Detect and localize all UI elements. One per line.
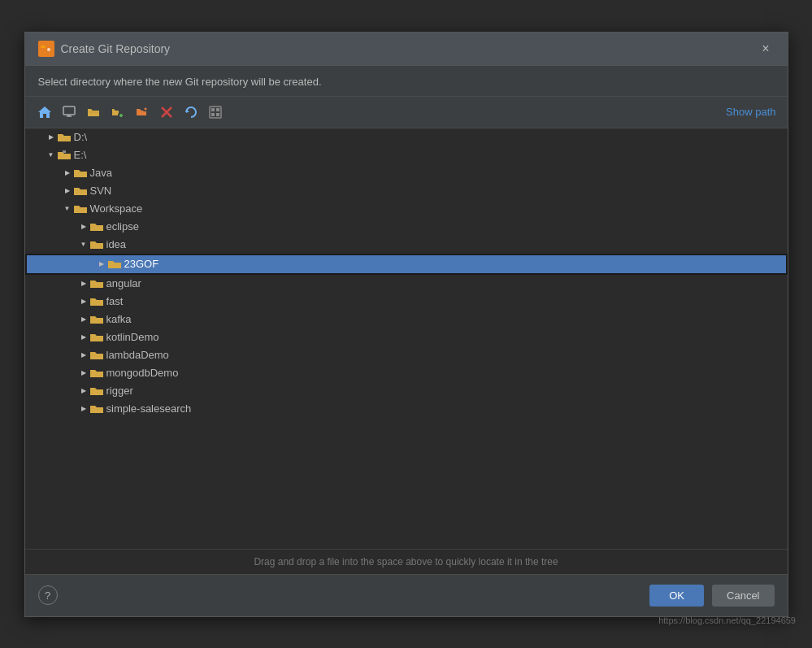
file-tree[interactable]: ▶ D:\ ▼ E:\ ▶ (25, 128, 788, 549)
tree-node[interactable]: ▶ rigger (25, 382, 788, 400)
folder-icon (90, 221, 103, 233)
tree-node[interactable]: ▶ fast (25, 293, 788, 311)
tree-node-selected[interactable]: ▶ 23GOF (25, 254, 788, 275)
tree-node[interactable]: ▼ idea (25, 236, 788, 254)
tree-node[interactable]: ▶ angular (25, 275, 788, 293)
node-label: angular (106, 277, 141, 289)
expand-arrow: ▶ (61, 167, 74, 180)
node-label: kotlinDemo (106, 331, 159, 343)
node-label: fast (106, 295, 124, 307)
toolbar-buttons (33, 102, 227, 123)
svg-rect-18 (216, 108, 219, 111)
tree-node[interactable]: ▶ SVN (25, 182, 788, 200)
toolbar: Show path (25, 97, 788, 128)
svg-marker-3 (38, 107, 51, 118)
show-path-button[interactable]: Show path (723, 104, 779, 120)
expand-arrow: ▶ (77, 277, 90, 290)
expand-arrow: ▶ (77, 349, 90, 362)
tree-node[interactable]: ▶ mongodbDemo (25, 364, 788, 382)
refresh-button[interactable] (180, 102, 202, 123)
folder-icon (90, 403, 103, 415)
node-label: SVN (90, 185, 112, 197)
node-label: Java (90, 167, 112, 179)
tree-node[interactable]: ▶ D:\ (25, 128, 788, 146)
node-label: mongodbDemo (106, 367, 179, 379)
svg-rect-19 (211, 113, 215, 116)
node-label: D:\ (74, 131, 88, 143)
tree-node[interactable]: ▶ Java (25, 164, 788, 182)
title-bar: Create Git Repository × (25, 33, 788, 66)
folder-icon (108, 259, 121, 270)
node-label: simple-salesearch (106, 402, 192, 415)
node-label: Workspace (90, 202, 143, 215)
folder-icon (74, 203, 87, 215)
svg-rect-17 (211, 108, 215, 111)
node-label: idea (106, 238, 127, 250)
help-button[interactable]: ? (38, 585, 58, 605)
expand-arrow: ▶ (77, 331, 90, 344)
folder-icon (90, 239, 103, 250)
folder-action-button[interactable] (131, 102, 154, 123)
expand-arrow: ▶ (77, 402, 90, 415)
expand-arrow: ▶ (77, 220, 90, 233)
svg-rect-21 (63, 150, 66, 153)
svg-point-2 (47, 48, 50, 51)
expand-arrow: ▼ (77, 238, 90, 251)
tree-node[interactable]: ▶ simple-salesearch (25, 400, 788, 418)
drag-hint: Drag and drop a file into the space abov… (25, 549, 788, 574)
tree-node[interactable]: ▶ kafka (25, 311, 788, 328)
tree-node[interactable]: ▼ E:\ (25, 146, 788, 164)
node-label: E:\ (74, 149, 87, 161)
dialog-title: Create Git Repository (61, 42, 171, 55)
expand-arrow: ▶ (77, 367, 90, 380)
folder-open-button[interactable] (82, 102, 105, 123)
footer-actions: OK Cancel (649, 585, 774, 607)
folder-icon (90, 385, 103, 397)
tree-node[interactable]: ▶ kotlinDemo (25, 328, 788, 346)
tree-node[interactable]: ▶ lambdaDemo (25, 346, 788, 364)
dialog-subtitle: Select directory where the new Git repos… (25, 66, 788, 97)
ok-button[interactable]: OK (649, 585, 704, 607)
cancel-button[interactable]: Cancel (712, 585, 774, 607)
tree-node[interactable]: ▼ Workspace (25, 200, 788, 218)
delete-button[interactable] (155, 102, 178, 123)
close-button[interactable]: × (757, 41, 774, 57)
folder-icon (74, 185, 87, 197)
dialog-icon (38, 41, 54, 57)
expand-arrow: ▶ (77, 295, 90, 308)
node-label: lambdaDemo (106, 349, 169, 361)
dialog-footer: ? OK Cancel (25, 574, 788, 616)
monitor-button[interactable] (58, 102, 80, 123)
tree-view-button[interactable] (204, 102, 227, 123)
title-bar-left: Create Git Repository (38, 41, 171, 57)
expand-arrow: ▶ (61, 185, 74, 198)
expand-arrow: ▼ (61, 202, 74, 215)
svg-rect-4 (63, 107, 75, 115)
home-button[interactable] (33, 102, 56, 123)
node-label: rigger (106, 385, 133, 397)
folder-icon (74, 167, 87, 179)
expand-arrow: ▼ (45, 149, 58, 162)
folder-icon (90, 296, 103, 307)
folder-icon (90, 367, 103, 379)
folder-icon (58, 150, 71, 161)
folder-icon (58, 132, 71, 143)
create-git-repo-dialog: Create Git Repository × Select directory… (24, 32, 788, 617)
tree-node[interactable]: ▶ eclipse (25, 218, 788, 236)
expand-arrow: ▶ (95, 258, 108, 271)
node-label: eclipse (106, 220, 139, 233)
expand-arrow: ▶ (77, 313, 90, 326)
node-label: kafka (106, 313, 132, 325)
folder-icon (90, 314, 103, 325)
expand-arrow: ▶ (45, 131, 58, 144)
svg-rect-20 (216, 113, 219, 116)
svg-rect-1 (41, 46, 46, 48)
expand-arrow: ▶ (77, 385, 90, 398)
new-folder-button[interactable] (106, 102, 129, 123)
folder-icon (90, 332, 103, 343)
watermark: https://blog.csdn.net/qq_22194659 (658, 615, 796, 625)
folder-icon (90, 278, 103, 289)
folder-icon (90, 350, 103, 361)
node-label-23gof: 23GOF (124, 258, 159, 270)
svg-marker-15 (186, 110, 189, 113)
